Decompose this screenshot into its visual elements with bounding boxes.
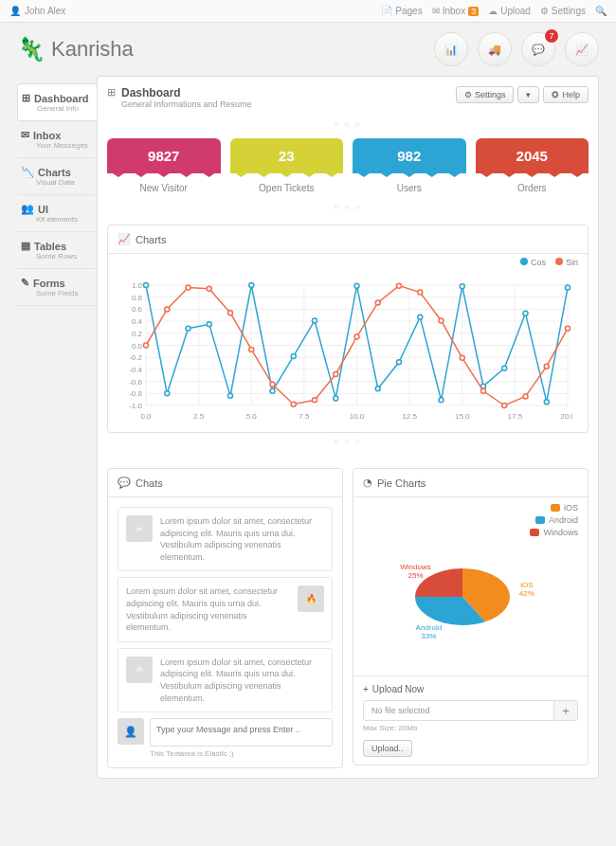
- svg-point-46: [270, 388, 275, 393]
- file-browse-button[interactable]: +: [553, 701, 577, 720]
- svg-text:-0.6: -0.6: [129, 378, 142, 387]
- sidebar-item-charts[interactable]: 📉Charts Visual Data: [17, 158, 97, 195]
- settings-dropdown[interactable]: ▾: [517, 86, 539, 103]
- svg-text:0.8: 0.8: [132, 294, 143, 302]
- stat-users[interactable]: 982: [353, 138, 466, 173]
- chat-message: 🔥Lorem ipsum dolor sit amet, consectetur…: [118, 577, 333, 641]
- svg-point-54: [439, 398, 444, 403]
- charts-icon: 📉: [21, 166, 34, 178]
- sidebar-item-tables[interactable]: ▦Tables Some Rows: [17, 232, 97, 269]
- svg-text:Android: Android: [416, 623, 443, 632]
- upload-button[interactable]: Upload..: [363, 740, 412, 757]
- sidebar-item-inbox[interactable]: ✉Inbox Your Messeges: [17, 121, 97, 158]
- user-icon: 👤: [9, 6, 21, 16]
- svg-point-67: [270, 382, 275, 387]
- svg-point-44: [228, 393, 233, 398]
- line-chart: -1.0-0.8-0.6-0.4-0.20.00.20.40.60.81.00.…: [118, 280, 572, 423]
- divider-dots: ○ ○ ○: [107, 199, 589, 215]
- pie-icon: ◔: [363, 477, 372, 489]
- avatar: ☠: [126, 515, 153, 542]
- svg-text:-0.2: -0.2: [129, 353, 142, 362]
- file-note: Max Size: 20Mb: [363, 724, 578, 732]
- svg-text:25%: 25%: [408, 571, 423, 580]
- svg-text:0.4: 0.4: [132, 317, 143, 326]
- topnav-pages[interactable]: 📄 Pages: [381, 6, 422, 16]
- chart-icon: 📈: [118, 233, 131, 245]
- charts-panel: 📈Charts Cos Sin -1.0-0.8-0.6-0.4-0.20.00…: [107, 225, 589, 433]
- svg-point-49: [334, 396, 338, 401]
- svg-point-40: [144, 283, 149, 288]
- chat-icon: 💬: [118, 477, 131, 489]
- svg-point-53: [418, 315, 423, 319]
- svg-text:iOS: iOS: [520, 581, 533, 589]
- svg-point-70: [334, 371, 338, 376]
- topnav-inbox[interactable]: ✉ Inbox 3: [432, 6, 479, 16]
- file-text: No file selected: [364, 701, 553, 720]
- chat-message: ☠Lorem ipsum dolor sit amet, consectetur…: [118, 648, 333, 712]
- inbox-icon: ✉: [21, 129, 29, 141]
- svg-text:0.0: 0.0: [132, 342, 143, 351]
- svg-text:5.0: 5.0: [246, 412, 258, 421]
- avatar: ☠: [126, 657, 153, 683]
- header-stats-icon[interactable]: 📊: [434, 32, 468, 66]
- svg-point-80: [544, 364, 549, 369]
- stat-visitors[interactable]: 9827: [107, 138, 221, 173]
- chat-note: This Textarea is Elastic ;): [150, 749, 333, 758]
- svg-point-76: [460, 355, 464, 360]
- svg-point-57: [502, 366, 507, 370]
- topnav-upload[interactable]: ☁ Upload: [488, 6, 531, 16]
- svg-point-59: [544, 400, 549, 405]
- user-menu[interactable]: 👤 John Alex: [9, 6, 65, 16]
- svg-text:1.0: 1.0: [132, 281, 143, 290]
- topnav-settings[interactable]: ⚙ Settings: [540, 6, 586, 16]
- svg-text:12.5: 12.5: [402, 412, 417, 421]
- svg-text:0.2: 0.2: [132, 330, 143, 338]
- file-input[interactable]: No file selected +: [363, 700, 578, 721]
- svg-point-65: [228, 311, 233, 315]
- svg-point-62: [165, 307, 170, 312]
- header-chat-icon[interactable]: 💬7: [521, 32, 555, 66]
- page-title-icon: ⊞: [107, 86, 116, 109]
- page-title: Dashboard: [121, 86, 252, 99]
- svg-point-74: [418, 290, 423, 295]
- svg-point-73: [397, 283, 402, 288]
- sidebar-item-dashboard[interactable]: ⊞Dashboard General Info: [17, 83, 97, 121]
- svg-point-60: [566, 285, 571, 290]
- svg-text:15.0: 15.0: [455, 412, 470, 421]
- header-chart-icon[interactable]: 📈: [565, 32, 599, 66]
- svg-point-42: [186, 326, 190, 331]
- svg-point-52: [397, 360, 402, 365]
- sidebar-item-forms[interactable]: ✎Forms Some Fields: [17, 269, 97, 306]
- svg-point-68: [291, 402, 296, 406]
- svg-point-69: [313, 398, 317, 403]
- chats-title: Chats: [136, 477, 163, 489]
- logo-icon: 🦎: [17, 36, 45, 63]
- ui-icon: 👥: [21, 203, 34, 215]
- svg-point-50: [354, 283, 359, 288]
- svg-point-77: [481, 388, 486, 393]
- divider-dots: ○ ○ ○: [107, 433, 589, 449]
- stat-orders[interactable]: 2045: [476, 138, 589, 173]
- svg-text:0.0: 0.0: [140, 412, 152, 421]
- chats-panel: 💬Chats ☠Lorem ipsum dolor sit amet, cons…: [107, 468, 343, 768]
- svg-text:-0.8: -0.8: [129, 389, 142, 398]
- charts-panel-title: Charts: [136, 234, 166, 245]
- stat-tickets[interactable]: 23: [230, 138, 344, 173]
- svg-point-48: [313, 318, 317, 323]
- search-icon[interactable]: 🔍: [595, 6, 607, 16]
- divider-dots: ○ ○ ○: [107, 117, 589, 133]
- settings-button[interactable]: ⚙ Settings: [456, 86, 515, 103]
- svg-text:17.5: 17.5: [508, 412, 523, 421]
- logo[interactable]: 🦎 Kanrisha: [17, 36, 134, 63]
- header-truck-icon[interactable]: 🚚: [478, 32, 512, 66]
- pie-legend-ios: iOS: [551, 503, 578, 513]
- svg-point-75: [439, 318, 444, 323]
- svg-text:7.5: 7.5: [299, 412, 310, 421]
- svg-point-51: [375, 387, 380, 391]
- svg-text:20.0: 20.0: [560, 412, 572, 421]
- logo-text: Kanrisha: [51, 37, 134, 62]
- help-button[interactable]: ✪ Help: [543, 86, 589, 103]
- sidebar-item-ui[interactable]: 👥UI Kit elements: [17, 195, 97, 232]
- chat-input[interactable]: [150, 718, 333, 747]
- svg-text:-0.4: -0.4: [129, 366, 142, 374]
